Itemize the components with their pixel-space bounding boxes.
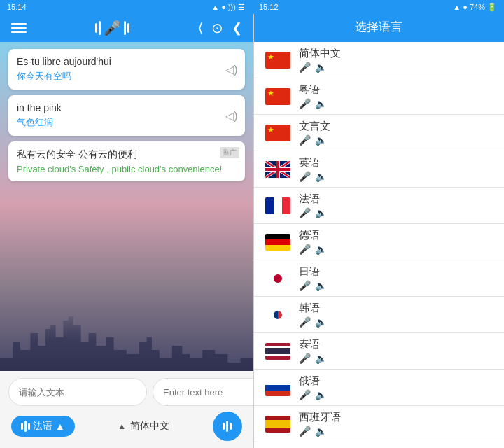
flag-icon xyxy=(265,416,290,433)
lang-name-label: 西班牙语 xyxy=(299,411,341,424)
original-text-2: in the pink xyxy=(17,102,237,113)
lang-action-icons: 🎤🔈 xyxy=(299,134,330,146)
lang-list-item[interactable]: 俄语🎤🔈 xyxy=(254,370,505,406)
ad-card: 推广 私有云的安全 公有云的便利 Private cloud's Safety … xyxy=(8,141,245,181)
right-signal: ▲ ● 74% 🔋 xyxy=(453,3,497,12)
speaker-small-icon[interactable]: 🔈 xyxy=(315,426,327,437)
translation-list: Es-tu libre aujourd'hui 你今天有空吗 ◁) in the… xyxy=(0,42,253,371)
translated-text-2: 气色红润 xyxy=(17,116,237,129)
lang-info: 粤语🎤🔈 xyxy=(299,83,327,109)
lang-list-item[interactable]: 韩语🎤🔈 xyxy=(254,297,505,333)
input-left[interactable] xyxy=(8,378,147,406)
speaker-small-icon[interactable]: 🔈 xyxy=(315,98,327,109)
speaker-small-icon[interactable]: 🔈 xyxy=(315,171,327,182)
lang-name-label: 德语 xyxy=(299,229,327,242)
left-status-bar: 15:14 ▲ ● ))) ☰ xyxy=(0,0,252,14)
mic-small-icon[interactable]: 🎤 xyxy=(299,98,311,109)
right-status-bar: 15:12 ▲ ● 74% 🔋 xyxy=(252,0,504,14)
speaker-small-icon[interactable]: 🔈 xyxy=(315,62,327,73)
flag-icon xyxy=(265,161,290,178)
speaker-small-icon[interactable]: 🔈 xyxy=(315,280,327,291)
translated-text-1: 你今天有空吗 xyxy=(17,70,237,83)
lang-list-item[interactable]: 西班牙语🎤🔈 xyxy=(254,406,505,442)
speaker-small-icon[interactable]: 🔈 xyxy=(315,389,327,400)
left-panel: 15:14 ▲ ● ))) ☰ 🎤 ⟨ ⊙ ❮ xyxy=(0,0,253,448)
lang-left-arrow: ▲ xyxy=(55,421,65,432)
mic-small-icon[interactable]: 🎤 xyxy=(299,316,311,328)
right-title: 选择语言 xyxy=(355,19,402,35)
lang-action-icons: 🎤🔈 xyxy=(299,98,327,109)
mic-button[interactable]: 🎤 xyxy=(95,20,130,36)
lang-left-button[interactable]: 法语 ▲ xyxy=(11,416,75,437)
lang-list-item[interactable]: 法语🎤🔈 xyxy=(254,188,505,224)
mic-small-icon[interactable]: 🎤 xyxy=(299,280,311,291)
lang-info: 西班牙语🎤🔈 xyxy=(299,411,341,437)
svg-rect-8 xyxy=(265,168,290,171)
lang-name-label: 俄语 xyxy=(299,374,327,388)
lang-info: 文言文🎤🔈 xyxy=(299,120,330,146)
lang-list-item[interactable]: ★粤语🎤🔈 xyxy=(254,78,505,115)
lang-action-icons: 🎤🔈 xyxy=(299,171,327,182)
mic-small-icon[interactable]: 🎤 xyxy=(299,62,311,73)
mic-small-icon[interactable]: 🎤 xyxy=(299,426,311,437)
lang-name-label: 法语 xyxy=(299,192,327,206)
lang-info: 韩语🎤🔈 xyxy=(299,302,327,328)
lang-list-item[interactable]: ★简体中文🎤🔈 xyxy=(254,42,505,78)
mic-small-icon[interactable]: 🎤 xyxy=(299,389,311,400)
speaker-small-icon[interactable]: 🔈 xyxy=(315,207,327,218)
right-time: 15:12 xyxy=(259,3,279,11)
lang-list-item[interactable]: 日语🎤🔈 xyxy=(254,260,505,297)
back-button[interactable]: ❮ xyxy=(232,20,242,36)
speaker-small-icon[interactable]: 🔈 xyxy=(315,316,327,328)
lang-action-icons: 🎤🔈 xyxy=(299,426,341,437)
flag-icon: ★ xyxy=(265,52,290,69)
lang-list-item[interactable]: 葡萄牙语🎤🔈 xyxy=(254,442,505,448)
right-panel: 15:12 ▲ ● 74% 🔋 选择语言 ★简体中文🎤🔈★粤语🎤🔈★文言文🎤🔈英… xyxy=(254,0,505,448)
translation-card-1: Es-tu libre aujourd'hui 你今天有空吗 ◁) xyxy=(8,49,245,90)
lang-info: 俄语🎤🔈 xyxy=(299,374,327,400)
mic-small-icon[interactable]: 🎤 xyxy=(299,171,311,182)
left-signal: ▲ ● ))) ☰ xyxy=(211,3,245,12)
speaker-small-icon[interactable]: 🔈 xyxy=(315,134,327,146)
left-time: 15:14 xyxy=(7,3,27,11)
speaker-icon-1[interactable]: ◁) xyxy=(225,63,237,76)
lang-action-icons: 🎤🔈 xyxy=(299,389,327,400)
lang-action-icons: 🎤🔈 xyxy=(299,244,327,255)
mic-small-icon[interactable]: 🎤 xyxy=(299,134,311,146)
flag-icon xyxy=(265,307,290,323)
mic-small-icon[interactable]: 🎤 xyxy=(299,353,311,364)
lang-left-label: 法语 xyxy=(33,420,52,433)
lang-right-label: 简体中文 xyxy=(130,420,169,433)
lang-name-label: 粤语 xyxy=(299,83,327,97)
lang-info: 泰语🎤🔈 xyxy=(299,338,327,364)
camera-button[interactable]: ⊙ xyxy=(211,20,223,36)
lang-action-icons: 🎤🔈 xyxy=(299,207,327,218)
lang-list-item[interactable]: 泰语🎤🔈 xyxy=(254,333,505,370)
lang-info: 法语🎤🔈 xyxy=(299,192,327,218)
translation-card-2: in the pink 气色红润 ◁) xyxy=(8,95,245,136)
speaker-small-icon[interactable]: 🔈 xyxy=(315,244,327,255)
language-list: ★简体中文🎤🔈★粤语🎤🔈★文言文🎤🔈英语🎤🔈法语🎤🔈德语🎤🔈日语🎤🔈韩语🎤🔈泰语… xyxy=(254,42,505,448)
left-bottom-bar: 法语 ▲ ▲ 简体中文 xyxy=(0,371,253,448)
flag-icon xyxy=(265,270,290,287)
mic-small-icon[interactable]: 🎤 xyxy=(299,207,311,218)
lang-name-label: 文言文 xyxy=(299,120,330,133)
lang-list-item[interactable]: ★文言文🎤🔈 xyxy=(254,115,505,151)
share-button[interactable]: ⟨ xyxy=(198,20,203,36)
lang-action-icons: 🎤🔈 xyxy=(299,353,327,364)
left-wave-icon xyxy=(21,421,30,432)
lang-list-item[interactable]: 德语🎤🔈 xyxy=(254,224,505,260)
hamburger-button[interactable] xyxy=(11,23,27,33)
speaker-small-icon[interactable]: 🔈 xyxy=(315,353,327,364)
speaker-icon-2[interactable]: ◁) xyxy=(225,109,237,122)
input-right[interactable] xyxy=(153,378,253,406)
lang-info: 德语🎤🔈 xyxy=(299,229,327,255)
flag-icon xyxy=(265,343,290,360)
lang-list-item[interactable]: 英语🎤🔈 xyxy=(254,151,505,188)
flag-icon xyxy=(265,234,290,251)
mic-small-icon[interactable]: 🎤 xyxy=(299,244,311,255)
flag-icon: ★ xyxy=(265,125,290,141)
lang-info: 简体中文🎤🔈 xyxy=(299,47,341,73)
lang-action-icons: 🎤🔈 xyxy=(299,62,341,73)
wave-right-button[interactable] xyxy=(213,412,242,441)
